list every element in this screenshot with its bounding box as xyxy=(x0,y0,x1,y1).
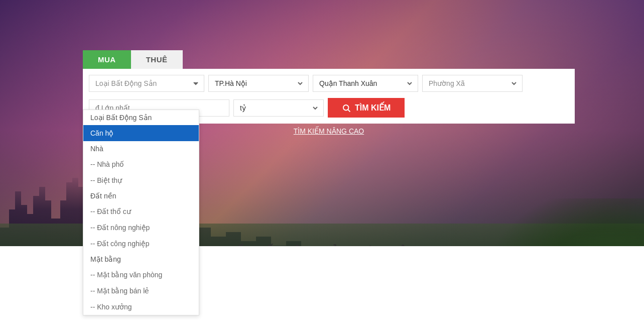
dropdown-item-datcongnnghiep[interactable]: -- Đất công nghiệp xyxy=(83,236,199,252)
tab-row: MUA THUÊ xyxy=(83,50,575,69)
dropdown-item-nhapho[interactable]: -- Nhà phố xyxy=(83,156,199,172)
district-dropdown[interactable]: Quận Thanh Xuân xyxy=(313,75,418,92)
property-type-dropdown[interactable]: Loại Bất Động Sản xyxy=(89,75,204,92)
city-label: TP.Hà Nội xyxy=(215,79,302,87)
dropdown-item-canho[interactable]: Căn hộ xyxy=(83,125,199,141)
dropdown-item-datnen[interactable]: Đất nền xyxy=(83,188,199,203)
advanced-search-link[interactable]: TÌM KIẾM NÂNG CAO xyxy=(294,127,364,135)
district-label: Quận Thanh Xuân xyxy=(319,79,412,87)
price-chevron-icon xyxy=(311,104,319,112)
dropdown-item-bietthu[interactable]: -- Biệt thự xyxy=(83,172,199,188)
dropdown-item-nha[interactable]: Nhà xyxy=(83,141,199,156)
dropdown-item-datnongnghiep[interactable]: -- Đất nông nghiệp xyxy=(83,220,199,236)
dropdown-item-mbbanlẻ[interactable]: -- Mặt bằng bán lẻ xyxy=(83,283,199,299)
tab-rent[interactable]: THUÊ xyxy=(131,50,183,69)
tab-buy[interactable]: MUA xyxy=(83,50,131,69)
search-button-label: TÌM KIẾM xyxy=(355,103,391,113)
search-icon xyxy=(342,103,351,113)
property-type-label: Loại Bất Động Sản xyxy=(95,79,198,87)
price-max-dropdown[interactable]: tỷ xyxy=(233,99,324,117)
dropdown-header: Loại Bất Động Sản xyxy=(83,110,199,125)
dropdown-item-matbang[interactable]: Mặt bằng xyxy=(83,252,199,267)
city-dropdown[interactable]: TP.Hà Nội xyxy=(208,75,309,92)
dropdown-item-datthocu[interactable]: -- Đất thổ cư xyxy=(83,203,199,220)
property-type-menu: Loại Bất Động Sản Căn hộ Nhà -- Nhà phố … xyxy=(83,110,199,315)
search-button[interactable]: TÌM KIẾM xyxy=(328,98,405,118)
ward-dropdown[interactable]: Phường Xã xyxy=(422,75,523,92)
price-max-label: tỷ xyxy=(234,100,260,116)
ward-label: Phường Xã xyxy=(429,79,516,87)
dropdown-item-khoxuong[interactable]: -- Kho xưởng xyxy=(83,299,199,315)
dropdown-item-mbvanphong[interactable]: -- Mặt bằng văn phòng xyxy=(83,267,199,283)
svg-line-1 xyxy=(348,110,350,112)
hero-section: MUA THUÊ Loại Bất Động Sản TP.Hà Nội xyxy=(0,0,644,324)
svg-point-0 xyxy=(343,105,349,111)
search-bar: Loại Bất Động Sản TP.Hà Nội Quận Thanh X… xyxy=(83,69,575,98)
